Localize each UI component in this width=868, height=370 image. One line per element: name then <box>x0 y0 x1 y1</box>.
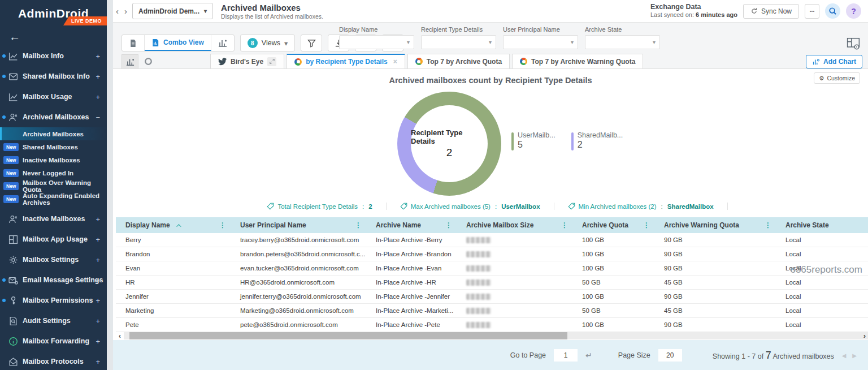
legend-item[interactable]: SharedMailb... 2 <box>571 131 623 150</box>
expand-icon[interactable]: + <box>96 256 100 264</box>
sidebar-bottom-items: Inactive Mailboxes + Mailbox App Usage +… <box>0 209 107 370</box>
chart-view-button[interactable] <box>211 35 234 51</box>
filter-button[interactable] <box>301 35 322 51</box>
table-row[interactable]: Brandon brandon.peters@o365droid.onmicro… <box>116 247 868 261</box>
filter-select[interactable]: ▾ <box>585 35 660 49</box>
page-size-input[interactable] <box>658 349 682 362</box>
chart-tab[interactable]: Top 7 by Archive Quota <box>407 54 510 68</box>
column-header[interactable]: Display Name ⋮ <box>116 217 231 233</box>
filter-select[interactable]: ▾ <box>503 35 578 49</box>
column-menu-icon[interactable]: ⋮ <box>445 221 452 229</box>
chart-tab[interactable]: Top 7 by Archive Warning Quota <box>512 54 643 68</box>
legend-item[interactable]: UserMailb... 5 <box>511 131 555 150</box>
sidebar-sub-item[interactable]: New Shared Mailboxes <box>0 140 107 153</box>
donut-chart[interactable]: Recipient Type Details 2 <box>397 92 501 196</box>
cell-user-principal-name: Marketing@o365droid.onmicrosoft.com <box>231 304 366 317</box>
combo-view-button[interactable]: Combo View <box>145 35 211 51</box>
sidebar-item[interactable]: Mailbox Forwarding + <box>0 331 107 351</box>
sync-now-button[interactable]: Sync Now <box>743 4 799 19</box>
sidebar-sub-item[interactable]: Archived Mailboxes <box>0 127 107 140</box>
column-header[interactable]: Archive State <box>776 217 868 233</box>
table-row[interactable]: Marketing Marketing@o365droid.onmicrosof… <box>116 304 868 318</box>
column-menu-icon[interactable]: ⋮ <box>561 221 568 229</box>
expand-icon[interactable]: + <box>96 296 100 305</box>
table-row[interactable]: Pete pete@o365droid.onmicrosoft.com In-P… <box>116 318 868 332</box>
nav-forward-icon[interactable]: › <box>121 6 130 16</box>
column-menu-icon[interactable]: ⋮ <box>643 221 650 229</box>
table-row[interactable]: HR HR@o365droid.onmicrosoft.com In-Place… <box>116 276 868 290</box>
sidebar-item[interactable]: Mailbox Protocols + <box>0 351 107 370</box>
expand-icon[interactable]: + <box>96 276 100 285</box>
fullscreen-icon[interactable] <box>267 57 276 66</box>
expand-icon[interactable]: + <box>96 93 100 101</box>
filter-select[interactable]: ▾ <box>421 35 496 49</box>
sidebar-item[interactable]: Mailbox Usage + <box>0 87 107 107</box>
column-header[interactable]: User Principal Name ⋮ <box>231 217 366 233</box>
page-number-input[interactable] <box>554 349 578 362</box>
cell-archive-name: In-Place Archive -Evan <box>366 261 457 275</box>
column-header[interactable]: Archive Quota ⋮ <box>572 217 654 233</box>
cell-display-name: Berry <box>116 233 231 247</box>
scroll-left-icon[interactable]: ‹ <box>116 332 124 340</box>
cell-archive-quota: 100 GB <box>572 261 654 275</box>
tab-birds-eye[interactable]: Bird's Eye <box>210 54 284 68</box>
column-header[interactable]: Archive Name ⋮ <box>366 217 457 233</box>
grid-view-button[interactable] <box>122 35 145 51</box>
column-menu-icon[interactable]: ⋮ <box>219 221 226 229</box>
close-tab-icon[interactable]: × <box>393 58 397 66</box>
views-dropdown-button[interactable]: 8 Views ▾ <box>240 35 295 51</box>
scrollbar-track[interactable] <box>124 332 868 339</box>
more-options-button[interactable]: ••• <box>805 4 819 19</box>
tenant-selector[interactable]: AdminDroid Dem... ▾ <box>132 3 213 19</box>
sidebar-item[interactable]: Audit Settings + <box>0 311 107 331</box>
sidebar-item[interactable]: Archived Mailboxes − <box>0 107 107 127</box>
pagination-arrows[interactable]: ◀ ▶ <box>842 352 859 359</box>
nav-back-icon[interactable]: ‹ <box>113 6 121 16</box>
expand-icon[interactable]: + <box>96 358 100 366</box>
bar-chart-toggle[interactable] <box>121 54 138 68</box>
donut-chart-toggle[interactable] <box>140 54 157 68</box>
column-header[interactable]: Archive Mailbox Size ⋮ <box>457 217 572 233</box>
expand-icon[interactable]: + <box>96 215 100 223</box>
sidebar-sub-item[interactable]: New Mailbox Over Warning Quota <box>0 179 107 192</box>
horizontal-scrollbar[interactable]: ‹ <box>116 332 868 339</box>
stat-value[interactable]: UserMailbox <box>501 203 540 210</box>
sidebar-sub-item[interactable]: New Inactive Mailboxes <box>0 153 107 166</box>
filter-select[interactable]: ▾ <box>339 35 414 49</box>
sidebar-item[interactable]: Mailbox Settings + <box>0 249 107 270</box>
column-menu-icon[interactable]: ⋮ <box>765 221 771 229</box>
add-chart-button[interactable]: Add Chart <box>806 55 862 68</box>
expand-icon[interactable]: + <box>96 72 100 81</box>
stat-value[interactable]: SharedMailbox <box>667 203 714 210</box>
cell-user-principal-name: evan.tucker@o365droid.onmicrosoft.com <box>231 261 366 275</box>
table-row[interactable]: Jennifer jennifer.terry@o365droid.onmicr… <box>116 290 868 304</box>
column-menu-icon[interactable]: ⋮ <box>355 221 362 229</box>
search-button[interactable] <box>825 3 840 19</box>
stat-value[interactable]: 2 <box>368 203 372 210</box>
expand-icon[interactable]: + <box>96 235 100 244</box>
expand-icon[interactable]: + <box>96 52 100 61</box>
sidebar-sub-item[interactable]: New Never Logged In <box>0 166 107 179</box>
sidebar-item[interactable]: Mailbox Permissions + <box>0 290 107 311</box>
chart-tab[interactable]: by Recipient Type Details × <box>287 54 405 68</box>
sidebar-item[interactable]: Shared Mailbox Info + <box>0 66 107 87</box>
expand-icon[interactable]: + <box>96 337 100 346</box>
sidebar-item[interactable]: Inactive Mailboxes + <box>0 209 107 229</box>
expand-icon[interactable]: − <box>96 113 100 122</box>
sidebar-item[interactable]: Mailbox App Usage + <box>0 229 107 249</box>
sidebar-sub-item-label: Shared Mailboxes <box>23 144 78 150</box>
table-settings-icon[interactable] <box>847 37 860 50</box>
sidebar-item[interactable]: Mailbox Info + <box>0 46 107 66</box>
scrollbar-thumb[interactable] <box>129 332 567 339</box>
sidebar-scrollbar-track[interactable] <box>107 0 113 370</box>
table-row[interactable]: Evan evan.tucker@o365droid.onmicrosoft.c… <box>116 261 868 276</box>
sidebar-sub-item[interactable]: New Auto Expanding Enabled Archives <box>0 192 107 205</box>
cell-archive-name: In-Place Archive -Brandon <box>366 247 457 261</box>
column-header[interactable]: Archive Warning Quota ⋮ <box>654 217 776 233</box>
expand-icon[interactable]: + <box>96 317 100 325</box>
sidebar-item[interactable]: Email Message Settings + <box>0 270 107 290</box>
help-button[interactable]: ? <box>846 3 861 19</box>
cell-archive-state: Local <box>776 276 868 289</box>
table-row[interactable]: Berry tracey.berry@o365droid.onmicrosoft… <box>116 233 868 247</box>
scroll-right-icon[interactable]: › <box>863 332 866 340</box>
